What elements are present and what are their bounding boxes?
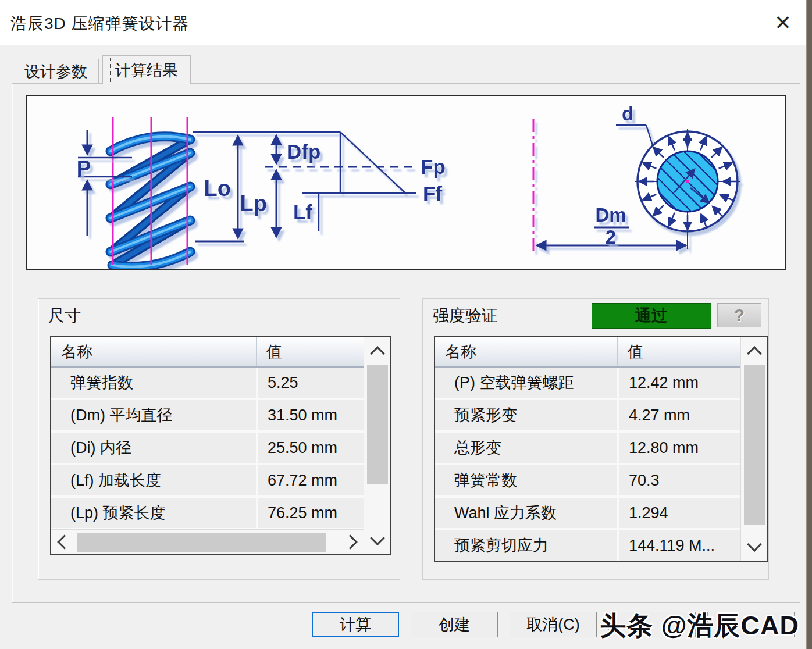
row-name: (Lp) 预紧长度	[51, 498, 256, 528]
help-button[interactable]: ?	[717, 303, 761, 327]
horizontal-scrollbar[interactable]	[51, 529, 364, 554]
scroll-up-button[interactable]	[364, 342, 390, 362]
label-p: P	[77, 156, 91, 180]
table-row[interactable]: (Dm) 平均直径 31.50 mm	[51, 400, 364, 433]
table-row[interactable]: Wahl 应力系数 1.294	[435, 498, 740, 530]
scroll-right-button[interactable]	[340, 530, 360, 554]
row-value: 70.3	[617, 465, 740, 495]
cancel-button[interactable]: 取消(C)	[510, 612, 597, 637]
chevron-up-icon	[747, 346, 761, 361]
chevron-right-icon	[343, 534, 357, 549]
row-value: 67.72 mm	[256, 465, 364, 495]
label-dm: Dm	[595, 204, 626, 226]
row-value: 1.294	[617, 498, 740, 528]
column-header-name[interactable]: 名称	[435, 337, 617, 366]
spring-diagram-svg: P Lo Dfp Lp Lf Fp Ff d Dm 2	[27, 96, 785, 269]
row-value: 4.27 mm	[617, 400, 740, 430]
table-row[interactable]: 弹簧常数 70.3	[435, 465, 740, 498]
column-header-value[interactable]: 值	[617, 337, 740, 366]
chevron-left-icon	[57, 534, 72, 549]
row-name: (P) 空载弹簧螺距	[435, 368, 617, 398]
row-value: 76.25 mm	[256, 498, 364, 528]
tab-label: 设计参数	[24, 61, 87, 82]
row-name: 预紧剪切应力	[435, 530, 617, 561]
table-row[interactable]: (Lf) 加载长度 67.72 mm	[51, 465, 364, 498]
row-name: 弹簧常数	[435, 465, 617, 495]
table-row[interactable]: 弹簧指数 5.25	[51, 368, 364, 400]
window-title: 浩辰3D 压缩弹簧设计器	[10, 13, 190, 35]
label-ff: Ff	[423, 182, 442, 205]
row-value: 144.119 M...	[617, 530, 740, 561]
strength-group-title: 强度验证	[433, 305, 498, 327]
row-name: 预紧形变	[435, 400, 617, 430]
dimensions-group-title: 尺寸	[48, 305, 81, 327]
label-dfp: Dfp	[287, 140, 320, 163]
row-value: 5.25	[256, 368, 364, 398]
close-icon[interactable]: ×	[768, 7, 798, 37]
row-name: 总形变	[435, 433, 617, 463]
strength-table: 名称 值 (P) 空载弹簧螺距 12.42 mm 预紧形变 4.27 mm 总形…	[434, 336, 768, 562]
scrollbar-thumb[interactable]	[77, 533, 326, 552]
label-lf: Lf	[293, 201, 312, 223]
screen-edge	[806, 0, 812, 649]
column-header-value[interactable]: 值	[256, 337, 364, 366]
row-value: 12.42 mm	[617, 368, 740, 398]
row-value: 12.80 mm	[617, 433, 740, 463]
row-name: (Dm) 平均直径	[51, 400, 256, 430]
chevron-down-icon	[747, 537, 761, 551]
scroll-left-button[interactable]	[55, 530, 74, 554]
label-fp: Fp	[421, 155, 446, 178]
table-header: 名称 值	[51, 337, 364, 368]
label-dm-2: 2	[606, 226, 616, 248]
spring-diagram: P Lo Dfp Lp Lf Fp Ff d Dm 2	[26, 95, 786, 270]
strength-group: 强度验证 通过 ? 名称 值 (P) 空载弹簧螺距 12.42 mm 预紧形变 …	[422, 298, 769, 580]
row-name: (Di) 内径	[51, 433, 256, 463]
scroll-down-button[interactable]	[364, 530, 390, 550]
label-d: d	[622, 103, 633, 124]
chevron-up-icon	[370, 346, 384, 361]
create-button[interactable]: 创建	[411, 612, 498, 637]
row-name: 弹簧指数	[51, 368, 256, 398]
column-header-name[interactable]: 名称	[51, 337, 256, 366]
table-row[interactable]: (Di) 内径 25.50 mm	[51, 433, 364, 465]
table-header: 名称 值	[435, 337, 740, 368]
spring-designer-dialog: 浩辰3D 压缩弹簧设计器 × 设计参数 计算结果	[0, 0, 812, 649]
scrollbar-thumb[interactable]	[367, 365, 388, 484]
tab-label: 计算结果	[110, 58, 183, 83]
tab-design-parameters[interactable]: 设计参数	[13, 59, 99, 84]
watermark: 头条 @浩辰CAD	[600, 608, 799, 643]
vertical-scrollbar[interactable]	[740, 337, 767, 561]
row-value: 25.50 mm	[256, 433, 364, 463]
table-row[interactable]: 预紧剪切应力 144.119 M...	[435, 530, 740, 561]
row-name: Wahl 应力系数	[435, 498, 617, 528]
chevron-down-icon	[370, 530, 384, 545]
table-row[interactable]: (P) 空载弹簧螺距 12.42 mm	[435, 368, 740, 400]
row-value: 31.50 mm	[256, 400, 364, 430]
scroll-up-button[interactable]	[741, 342, 767, 362]
table-row[interactable]: 总形变 12.80 mm	[435, 433, 740, 465]
title-bar: 浩辰3D 压缩弹簧设计器 ×	[0, 0, 812, 45]
table-row[interactable]: (Lp) 预紧长度 76.25 mm	[51, 498, 364, 529]
scroll-down-button[interactable]	[741, 536, 767, 556]
row-name: (Lf) 加载长度	[51, 465, 256, 495]
scrollbar-thumb[interactable]	[744, 365, 765, 525]
label-lp: Lp	[240, 191, 267, 216]
status-badge: 通过	[592, 303, 711, 329]
label-lo: Lo	[204, 176, 231, 201]
table-row[interactable]: 预紧形变 4.27 mm	[435, 400, 740, 433]
dimensions-group: 尺寸 名称 值 弹簧指数 5.25 (Dm) 平均直径 31.50 mm (Di…	[38, 298, 400, 580]
dimensions-table: 名称 值 弹簧指数 5.25 (Dm) 平均直径 31.50 mm (Di) 内…	[50, 336, 391, 555]
calculate-button[interactable]: 计算	[312, 612, 399, 637]
vertical-scrollbar[interactable]	[364, 337, 390, 554]
tab-calculation-results[interactable]: 计算结果	[102, 55, 191, 84]
